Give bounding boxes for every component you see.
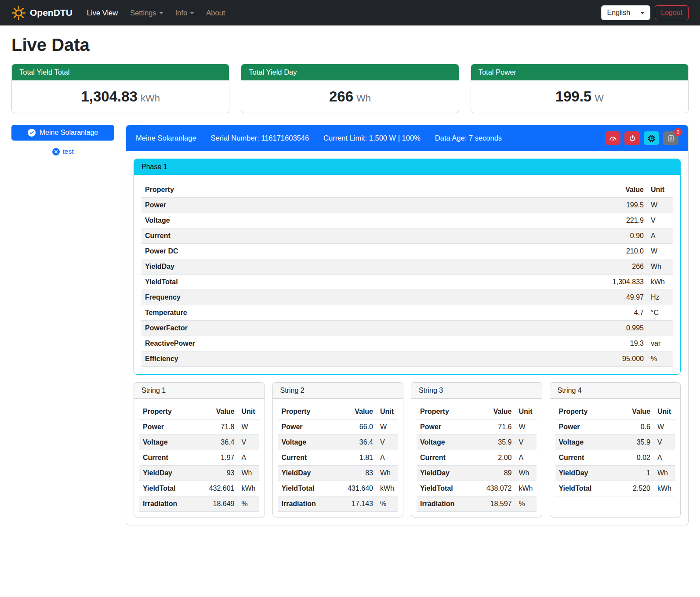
string-card-title: String 4	[550, 383, 681, 399]
row-property: Power	[141, 198, 444, 213]
nav-item-about[interactable]: About	[200, 5, 231, 21]
card-unit: W	[595, 93, 604, 104]
table-row: Voltage35.9V	[555, 435, 675, 450]
card-value: 1,304.83	[81, 88, 137, 105]
x-circle-icon	[52, 148, 60, 156]
column-header-property: Property	[417, 404, 472, 420]
table-row: ReactivePower19.3var	[141, 336, 673, 351]
brand[interactable]: OpenDTU	[11, 6, 73, 20]
row-unit: W	[515, 420, 537, 435]
row-property: YieldTotal	[278, 481, 334, 496]
table-row: Voltage35.9V	[417, 435, 537, 450]
event-log-button[interactable]: 2	[663, 131, 678, 145]
table-row: Power199.5W	[141, 198, 673, 213]
row-unit: A	[377, 450, 398, 466]
row-value: 0.995	[444, 321, 647, 336]
string-1-card: String 1 Property Value Unit	[134, 382, 265, 517]
column-header-unit: Unit	[647, 182, 673, 198]
row-value: 0.02	[616, 450, 654, 466]
table-row: Irradiation18.649%	[139, 496, 259, 512]
row-unit: Hz	[647, 290, 673, 305]
row-property: Current	[278, 450, 334, 466]
table-row: YieldDay266Wh	[141, 259, 673, 275]
row-unit: W	[647, 198, 673, 213]
table-row: Power DC210.0W	[141, 244, 673, 259]
row-property: Temperature	[141, 305, 444, 321]
row-property: YieldTotal	[555, 481, 616, 496]
row-unit: V	[377, 435, 398, 450]
column-header-unit: Unit	[377, 404, 398, 420]
table-row: YieldDay83Wh	[278, 466, 398, 481]
row-value: 4.7	[444, 305, 647, 321]
strings-row: String 1 Property Value Unit	[134, 382, 681, 517]
row-property: Irradiation	[417, 496, 472, 512]
row-property: Power	[417, 420, 472, 435]
row-value: 1.97	[195, 450, 238, 466]
inverter-panel-body: Phase 1 Property Value Unit Power199.5WV…	[126, 151, 688, 525]
total-yield-total-card: Total Yield Total 1,304.83kWh	[11, 64, 229, 113]
row-unit: A	[238, 450, 259, 466]
inverter-panel: Meine Solaranlage Serial Number: 1161716…	[126, 125, 689, 525]
string-4-card: String 4 Property Value Unit	[550, 382, 681, 517]
row-property: Efficiency	[141, 351, 444, 367]
row-unit: Wh	[647, 259, 673, 275]
row-property: Frequency	[141, 290, 444, 305]
row-property: Voltage	[417, 435, 472, 450]
row-property: Power	[278, 420, 334, 435]
inverter-limit: Current Limit: 1,500 W | 100%	[323, 134, 421, 142]
row-property: Voltage	[278, 435, 334, 450]
card-value: 266	[329, 88, 353, 105]
table-header-row: Property Value Unit	[417, 404, 537, 420]
card-value: 199.5	[555, 88, 592, 105]
column-header-property: Property	[139, 404, 195, 420]
row-unit: %	[515, 496, 537, 512]
column-header-value: Value	[616, 404, 654, 420]
summary-cards-row: Total Yield Total 1,304.83kWh Total Yiel…	[11, 64, 689, 113]
limit-settings-button[interactable]	[605, 131, 620, 145]
gauge-icon	[609, 134, 617, 142]
table-row: YieldTotal1,304.833kWh	[141, 275, 673, 290]
table-row: Temperature4.7°C	[141, 305, 673, 321]
row-unit: V	[515, 435, 537, 450]
row-property: Voltage	[139, 435, 195, 450]
page-title: Live Data	[11, 35, 689, 55]
nav-item-live-view[interactable]: Live View	[81, 5, 123, 21]
string-card-body: Property Value Unit Power71.8WVoltage36.…	[134, 399, 265, 517]
row-value: 0.90	[444, 228, 647, 244]
row-unit: A	[647, 228, 673, 244]
table-row: Frequency49.97Hz	[141, 290, 673, 305]
table-row: YieldDay1Wh	[555, 466, 675, 481]
nav-item-info[interactable]: Info	[170, 5, 200, 21]
string-table: Property Value Unit Power71.6WVoltage35.…	[417, 404, 537, 512]
string-card-body: Property Value Unit Power71.6WVoltage35.…	[411, 399, 542, 517]
power-icon	[629, 135, 636, 142]
row-unit: W	[654, 420, 675, 435]
inverter-test-button[interactable]: test	[11, 147, 114, 156]
row-property: Voltage	[141, 213, 444, 228]
string-card-title: String 2	[273, 383, 403, 399]
logout-button[interactable]: Logout	[655, 5, 689, 20]
table-row: Current0.90A	[141, 228, 673, 244]
row-property: YieldTotal	[417, 481, 472, 496]
power-button[interactable]	[624, 131, 640, 145]
nav-item-settings[interactable]: Settings	[124, 5, 169, 21]
row-unit: kWh	[238, 481, 259, 496]
table-row: Irradiation17.143%	[278, 496, 398, 512]
row-value: 66.0	[333, 420, 377, 435]
string-card-body: Property Value Unit Power66.0WVoltage36.…	[273, 399, 403, 517]
column-header-property: Property	[278, 404, 334, 420]
card-unit: Wh	[356, 93, 371, 104]
row-property: YieldDay	[141, 259, 444, 275]
brand-label: OpenDTU	[30, 7, 73, 18]
row-unit: W	[377, 420, 398, 435]
row-value: 432.601	[195, 481, 238, 496]
row-unit: kWh	[654, 481, 675, 496]
total-yield-day-card: Total Yield Day 266Wh	[241, 64, 459, 113]
device-info-button[interactable]	[644, 131, 659, 145]
table-row: YieldTotal438.072kWh	[417, 481, 537, 496]
row-property: YieldDay	[555, 466, 616, 481]
language-select[interactable]: English	[601, 5, 650, 20]
string-card-body: Property Value Unit Power0.6WVoltage35.9…	[550, 399, 681, 517]
inverter-select-button[interactable]: Meine Solaranlage	[11, 125, 114, 141]
row-unit: Wh	[654, 466, 675, 481]
